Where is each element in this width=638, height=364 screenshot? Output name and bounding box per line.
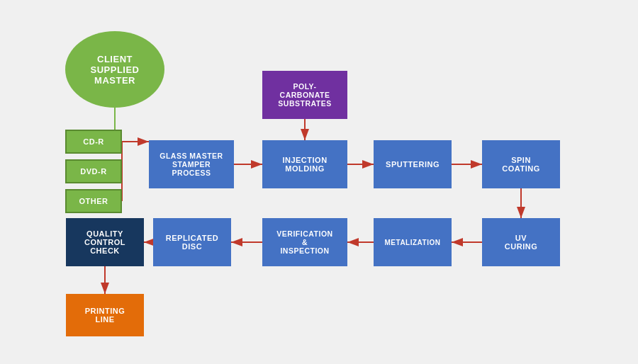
sputtering-label: SPUTTERING: [386, 160, 440, 169]
dvd-r-label: DVD-R: [80, 167, 106, 176]
client-master-label: CLIENT SUPPLIED MASTER: [90, 54, 139, 86]
glass-master-label: GLASS MASTER STAMPER PROCESS: [160, 152, 223, 177]
injection-molding-label: INJECTION MOLDING: [282, 156, 327, 173]
flowchart-diagram: CLIENT SUPPLIED MASTER CD-R DVD-R OTHER …: [0, 0, 638, 364]
replicated-disc-node: REPLICATED DISC: [153, 218, 231, 266]
glass-master-node: GLASS MASTER STAMPER PROCESS: [149, 140, 234, 188]
injection-molding-node: INJECTION MOLDING: [262, 140, 347, 188]
replicated-disc-label: REPLICATED DISC: [166, 234, 218, 251]
quality-control-node: QUALITY CONTROL CHECK: [66, 218, 144, 266]
client-supplied-master-node: CLIENT SUPPLIED MASTER: [65, 31, 164, 108]
sputtering-node: SPUTTERING: [374, 140, 452, 188]
printing-line-node: PRINTING LINE: [66, 294, 144, 336]
uv-curing-label: UV CURING: [505, 234, 537, 251]
spin-coating-node: SPIN COATING: [482, 140, 560, 188]
cd-r-node: CD-R: [65, 130, 122, 154]
spin-coating-label: SPIN COATING: [502, 156, 539, 173]
quality-control-label: QUALITY CONTROL CHECK: [84, 229, 125, 255]
polycarbonate-label: POLY- CARBONATE SUBSTRATES: [278, 82, 331, 108]
metalization-label: METALIZATION: [385, 239, 441, 246]
polycarbonate-node: POLY- CARBONATE SUBSTRATES: [262, 71, 347, 119]
cd-r-label: CD-R: [83, 137, 104, 146]
dvd-r-node: DVD-R: [65, 159, 122, 183]
other-node: OTHER: [65, 189, 122, 213]
verification-label: VERIFICATION & INSPECTION: [276, 229, 332, 255]
verification-node: VERIFICATION & INSPECTION: [262, 218, 347, 266]
uv-curing-node: UV CURING: [482, 218, 560, 266]
printing-line-label: PRINTING LINE: [85, 307, 125, 324]
other-label: OTHER: [79, 197, 108, 205]
metalization-node: METALIZATION: [374, 218, 452, 266]
